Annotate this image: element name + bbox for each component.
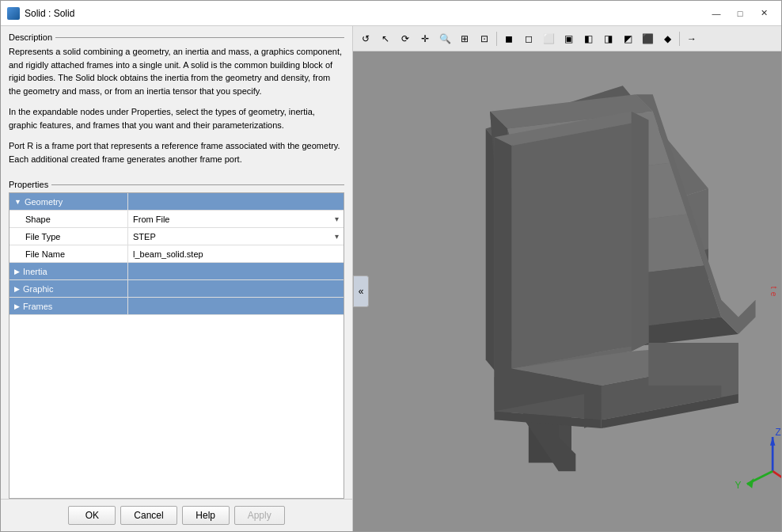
properties-header: Properties xyxy=(9,180,344,189)
tool-view8[interactable]: ⬛ xyxy=(638,29,657,48)
svg-marker-17 xyxy=(511,120,648,369)
frames-value xyxy=(128,298,344,314)
tool-rotate[interactable]: ⟳ xyxy=(396,29,415,48)
minimize-button[interactable]: — xyxy=(705,5,727,22)
description-header: Description xyxy=(9,32,344,42)
shape-row: Shape From File ▾ xyxy=(9,211,344,228)
shape-value-text: From File xyxy=(133,215,169,224)
tool-view2[interactable]: ◻ xyxy=(519,29,538,48)
tool-view6[interactable]: ◨ xyxy=(598,29,617,48)
graphic-value xyxy=(128,280,344,297)
shape-dropdown-arrow: ▾ xyxy=(335,215,339,223)
geometry-value xyxy=(128,193,344,210)
description-section: Description Represents a solid combining… xyxy=(1,26,352,180)
maximize-button[interactable]: □ xyxy=(729,5,751,22)
viewport[interactable]: « xyxy=(353,51,781,531)
geometry-key: ▼ Geometry xyxy=(9,193,128,210)
tool-fit[interactable]: ⊡ xyxy=(475,29,494,48)
description-para-1: Represents a solid combining a geometry,… xyxy=(9,45,344,97)
inertia-key: ▶ Inertia xyxy=(9,263,128,279)
svg-text:Z: Z xyxy=(775,427,780,438)
tool-arrow[interactable]: → xyxy=(682,29,701,48)
title-bar: Solid : Solid — □ ✕ xyxy=(1,1,781,26)
close-button[interactable]: ✕ xyxy=(753,5,775,22)
graphic-expand-icon: ▶ xyxy=(14,285,20,293)
shape-value[interactable]: From File ▾ xyxy=(128,211,344,227)
toolbar-3d: ↺ ↖ ⟳ ✛ 🔍 ⊞ ⊡ ◼ ◻ ⬜ ▣ ◧ ◨ ◩ ⬛ ◆ → xyxy=(353,26,781,51)
tool-zoom-box[interactable]: ⊞ xyxy=(455,29,474,48)
help-button[interactable]: Help xyxy=(182,506,230,525)
right-side-labels: t e xyxy=(769,287,778,296)
geometry-expand-icon: ▼ xyxy=(14,198,21,206)
window-title: Solid : Solid xyxy=(25,8,705,19)
tool-view4[interactable]: ▣ xyxy=(559,29,578,48)
inertia-value xyxy=(128,263,344,279)
collapse-button[interactable]: « xyxy=(353,276,369,307)
properties-table: ▼ Geometry Shape From File ▾ xyxy=(9,192,344,499)
right-panel: ↺ ↖ ⟳ ✛ 🔍 ⊞ ⊡ ◼ ◻ ⬜ ▣ ◧ ◨ ◩ ⬛ ◆ → xyxy=(353,26,781,531)
tool-zoom[interactable]: 🔍 xyxy=(435,29,454,48)
cancel-button[interactable]: Cancel xyxy=(120,506,177,525)
geometry-group-header[interactable]: ▼ Geometry xyxy=(9,193,344,211)
ok-button[interactable]: OK xyxy=(68,506,116,525)
file-name-value-text: l_beam_solid.step xyxy=(133,249,203,259)
description-text: Represents a solid combining a geometry,… xyxy=(9,45,344,165)
description-para-2: In the expandable nodes under Properties… xyxy=(9,105,344,131)
side-label-e: e xyxy=(769,292,778,297)
file-type-dropdown-arrow: ▾ xyxy=(335,232,339,241)
frames-expand-icon: ▶ xyxy=(14,302,20,310)
action-bar: OK Cancel Help Apply xyxy=(1,499,352,531)
description-para-3: Port R is a frame port that represents a… xyxy=(9,139,344,165)
main-content: Description Represents a solid combining… xyxy=(1,26,781,531)
inertia-label: Inertia xyxy=(23,267,47,276)
side-label-t: t xyxy=(769,287,778,289)
properties-section: Properties ▼ Geometry Shape xyxy=(1,180,352,499)
shape-key: Shape xyxy=(9,211,128,227)
3d-view-svg: Z X Y xyxy=(353,51,781,531)
geometry-label: Geometry xyxy=(25,197,63,207)
tool-refresh[interactable]: ↺ xyxy=(356,29,375,48)
tool-select[interactable]: ↖ xyxy=(376,29,395,48)
tool-view7[interactable]: ◩ xyxy=(618,29,637,48)
toolbar-separator-1 xyxy=(496,32,497,46)
apply-button[interactable]: Apply xyxy=(234,506,285,525)
collapse-icon: « xyxy=(359,286,364,297)
tool-view3[interactable]: ⬜ xyxy=(539,29,558,48)
file-name-value[interactable]: l_beam_solid.step xyxy=(128,245,344,262)
left-panel: Description Represents a solid combining… xyxy=(1,26,353,531)
frames-label: Frames xyxy=(23,302,52,311)
toolbar-separator-2 xyxy=(679,32,680,46)
tool-pan[interactable]: ✛ xyxy=(416,29,435,48)
file-name-row: File Name l_beam_solid.step xyxy=(9,245,344,263)
file-type-key: File Type xyxy=(9,228,128,245)
window-controls: — □ ✕ xyxy=(705,5,775,22)
file-type-value[interactable]: STEP ▾ xyxy=(128,228,344,245)
inertia-group-header[interactable]: ▶ Inertia xyxy=(9,263,344,280)
tool-view5[interactable]: ◧ xyxy=(579,29,598,48)
main-window: Solid : Solid — □ ✕ Description Represen… xyxy=(0,0,782,532)
file-name-key: File Name xyxy=(9,245,128,262)
tool-view1[interactable]: ◼ xyxy=(499,29,518,48)
graphic-group-header[interactable]: ▶ Graphic xyxy=(9,280,344,298)
tool-view9[interactable]: ◆ xyxy=(658,29,677,48)
frames-group-header[interactable]: ▶ Frames xyxy=(9,298,344,315)
svg-text:Y: Y xyxy=(735,480,742,491)
file-type-row: File Type STEP ▾ xyxy=(9,228,344,245)
frames-key: ▶ Frames xyxy=(9,298,128,314)
file-type-value-text: STEP xyxy=(133,232,156,241)
app-icon xyxy=(7,7,20,20)
graphic-key: ▶ Graphic xyxy=(9,280,128,297)
graphic-label: Graphic xyxy=(23,284,54,294)
inertia-expand-icon: ▶ xyxy=(14,268,20,276)
